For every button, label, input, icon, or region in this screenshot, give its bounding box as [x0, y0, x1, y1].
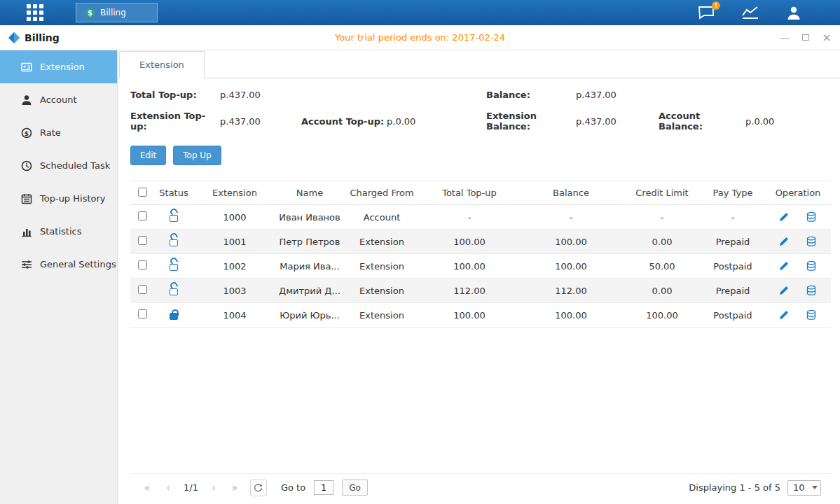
col-total-topup[interactable]: Total Top-up	[420, 181, 518, 205]
extension-topup-value: p.437.00	[220, 116, 301, 127]
cell-credit-limit: 0.00	[624, 279, 701, 303]
cell-balance: 112.00	[518, 279, 624, 303]
extension-balance-label: Extension Balance:	[486, 111, 576, 132]
history-calendar-icon	[21, 193, 32, 204]
top-up-button[interactable]: Top Up	[173, 146, 221, 165]
cell-credit-limit: -	[624, 205, 701, 230]
user-icon[interactable]	[786, 6, 801, 20]
edit-row-icon[interactable]	[779, 310, 789, 320]
last-page-button[interactable]: »	[226, 479, 243, 496]
sidebar-item-general-settings[interactable]: General Settings	[0, 248, 117, 281]
bar-chart-icon	[21, 226, 32, 237]
topup-row-icon[interactable]	[806, 260, 817, 272]
unlocked-status-icon[interactable]	[168, 236, 179, 247]
account-topup-value: p.0.00	[387, 116, 486, 127]
topbar-billing-tab[interactable]: $ Billing	[76, 3, 158, 22]
maximize-icon	[802, 34, 809, 41]
topbar-tab-label: Billing	[100, 8, 126, 18]
unlocked-status-icon[interactable]	[168, 285, 179, 296]
topup-row-icon[interactable]	[806, 236, 817, 247]
app-body: Extension Account $ Rate Scheduled Task …	[0, 50, 840, 504]
edit-row-icon[interactable]	[779, 212, 789, 222]
svg-text:$: $	[25, 130, 29, 136]
col-status[interactable]: Status	[154, 181, 193, 205]
sidebar-item-statistics[interactable]: Statistics	[0, 215, 117, 248]
col-pay-type[interactable]: Pay Type	[701, 181, 765, 205]
sidebar-item-rate[interactable]: $ Rate	[0, 116, 117, 149]
chevron-down-icon	[809, 486, 820, 489]
row-checkbox[interactable]	[138, 285, 147, 294]
close-button[interactable]: ×	[822, 33, 832, 43]
sidebar-item-label: Scheduled Task	[40, 160, 110, 171]
table-row[interactable]: 1003 Дмитрий Д... Extension 112.00 112.0…	[130, 279, 831, 303]
go-button[interactable]: Go	[342, 479, 368, 496]
notifications-icon[interactable]: !	[698, 6, 715, 20]
row-checkbox[interactable]	[138, 211, 147, 220]
app-launcher-icon[interactable]	[27, 4, 43, 21]
topup-row-icon[interactable]	[806, 309, 817, 321]
tab-extension[interactable]: Extension	[119, 51, 205, 78]
sidebar-item-label: Rate	[40, 127, 61, 138]
action-buttons: Edit Top Up	[130, 146, 831, 165]
refresh-button[interactable]	[250, 479, 267, 496]
cell-extension: 1004	[193, 303, 276, 328]
edit-row-icon[interactable]	[779, 286, 789, 295]
topbar-right-icons: !	[698, 6, 840, 20]
sidebar-item-label: Top-up History	[40, 193, 106, 204]
select-all-checkbox[interactable]	[138, 188, 147, 197]
edit-row-icon[interactable]	[779, 237, 789, 246]
balance-label: Balance:	[486, 90, 576, 100]
edit-button[interactable]: Edit	[130, 146, 166, 165]
topup-row-icon[interactable]	[806, 211, 817, 223]
page-size-value: 10	[788, 482, 809, 493]
row-checkbox[interactable]	[138, 309, 147, 318]
cell-pay-type: -	[701, 205, 765, 230]
window-titlebar: Billing Your trial period ends on: 2017-…	[0, 25, 840, 50]
unlocked-status-icon[interactable]	[168, 211, 179, 223]
goto-page-input[interactable]	[314, 480, 333, 495]
account-balance-value: p.0.00	[745, 116, 831, 127]
cell-balance: 100.00	[518, 303, 624, 328]
minimize-button[interactable]: —	[780, 33, 790, 43]
col-charged-from[interactable]: Charged From	[343, 181, 420, 205]
cell-name: Дмитрий Д...	[276, 279, 343, 303]
col-credit-limit[interactable]: Credit Limit	[624, 181, 701, 205]
col-balance[interactable]: Balance	[518, 181, 624, 205]
sidebar-item-scheduled-task[interactable]: Scheduled Task	[0, 149, 117, 182]
main-panel: Extension Total Top-up: p.437.00 Balance…	[118, 50, 840, 504]
pagination-right: Displaying 1 - 5 of 5 10	[689, 480, 828, 496]
next-page-button[interactable]: ›	[205, 479, 222, 496]
dollar-coin-icon: $	[85, 8, 95, 18]
col-name[interactable]: Name	[276, 181, 343, 205]
cell-charged-from: Extension	[343, 254, 420, 279]
row-checkbox[interactable]	[138, 260, 147, 270]
row-checkbox[interactable]	[138, 236, 147, 245]
cell-pay-type: Postpaid	[701, 303, 765, 328]
page-size-select[interactable]: 10	[787, 480, 821, 496]
edit-row-icon[interactable]	[779, 261, 789, 271]
first-page-button[interactable]: «	[139, 479, 156, 496]
table-row[interactable]: 1004 Юрий Юрь... Extension 100.00 100.00…	[130, 303, 831, 328]
col-extension[interactable]: Extension	[193, 181, 276, 205]
sidebar: Extension Account $ Rate Scheduled Task …	[0, 50, 118, 504]
sidebar-item-account[interactable]: Account	[0, 83, 117, 116]
cell-extension: 1000	[193, 205, 276, 230]
extension-balance-value: p.437.00	[576, 116, 659, 127]
table-row[interactable]: 1002 Мария Ива... Extension 100.00 100.0…	[130, 254, 831, 279]
maximize-button[interactable]	[801, 33, 811, 43]
locked-status-icon[interactable]	[168, 309, 179, 321]
unlocked-status-icon[interactable]	[168, 260, 179, 272]
cell-pay-type: Postpaid	[701, 254, 765, 279]
sidebar-item-topup-history[interactable]: Top-up History	[0, 182, 117, 215]
account-person-icon	[21, 94, 32, 106]
topup-row-icon[interactable]	[806, 285, 817, 296]
sidebar-item-extension[interactable]: Extension	[0, 50, 117, 83]
window-title: Billing	[25, 32, 60, 43]
prev-page-button[interactable]: ‹	[160, 479, 177, 496]
statistics-chart-icon[interactable]	[741, 6, 759, 20]
content-spacer	[130, 328, 831, 473]
table-row[interactable]: 1001 Петр Петров Extension 100.00 100.00…	[130, 230, 831, 254]
table-row[interactable]: 1000 Иван Иванов Account - - - -	[130, 205, 831, 230]
cell-total-topup: -	[420, 205, 518, 230]
sidebar-item-label: Extension	[40, 62, 85, 72]
